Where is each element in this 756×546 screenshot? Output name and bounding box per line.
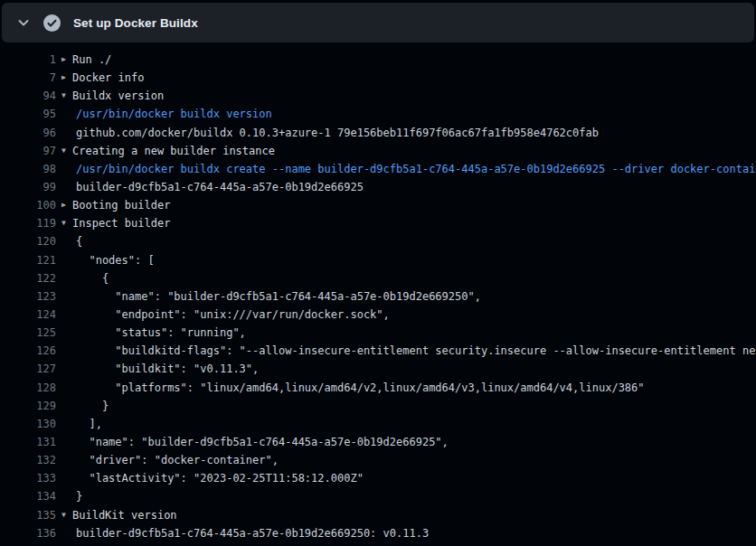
- group-toggle-icon: ▼: [61, 142, 72, 160]
- line-number[interactable]: 7: [0, 69, 56, 87]
- line-number[interactable]: 124: [0, 306, 56, 324]
- line-number[interactable]: 100: [0, 196, 56, 214]
- group-toggle-icon: [61, 287, 72, 306]
- log-text: "buildkitd-flags": "--allow-insecure-ent…: [72, 342, 756, 360]
- log-line: 121 "nodes": [: [0, 251, 756, 269]
- line-number[interactable]: 121: [0, 251, 56, 269]
- line-number[interactable]: 96: [0, 124, 56, 142]
- group-toggle-icon: [61, 251, 72, 269]
- log-line[interactable]: 7 ▶ Docker info: [0, 69, 756, 87]
- log-line: 126 "buildkitd-flags": "--allow-insecure…: [0, 342, 756, 360]
- line-number[interactable]: 125: [0, 324, 56, 342]
- log-text: BuildKit version: [72, 506, 177, 524]
- group-toggle-icon: [61, 178, 72, 196]
- line-number[interactable]: 123: [0, 287, 56, 306]
- line-number[interactable]: 127: [0, 360, 56, 378]
- line-number[interactable]: 134: [0, 487, 56, 505]
- group-toggle-icon: [61, 160, 72, 178]
- log-text: "endpoint": "unix:///var/run/docker.sock…: [72, 306, 390, 324]
- log-text: /usr/bin/docker buildx version: [72, 105, 272, 123]
- log-line[interactable]: 1 ▶ Run ./: [0, 51, 756, 69]
- log-line[interactable]: 94 ▼ Buildx version: [0, 87, 756, 105]
- log-line: 122 {: [0, 269, 756, 287]
- log-line[interactable]: 119 ▼ Inspect builder: [0, 214, 756, 232]
- line-number[interactable]: 131: [0, 433, 56, 451]
- line-number[interactable]: 126: [0, 342, 56, 360]
- log-line: 99 builder-d9cfb5a1-c764-445a-a57e-0b19d…: [0, 178, 756, 196]
- line-number[interactable]: 94: [0, 87, 56, 105]
- log-line: 134 }: [0, 487, 756, 505]
- line-number[interactable]: 130: [0, 415, 56, 433]
- log-line: 124 "endpoint": "unix:///var/run/docker.…: [0, 306, 756, 324]
- group-toggle-icon: [61, 342, 72, 360]
- line-number[interactable]: 122: [0, 269, 56, 287]
- group-toggle-icon: ▼: [61, 87, 72, 105]
- log-line: 131 "name": "builder-d9cfb5a1-c764-445a-…: [0, 433, 756, 451]
- group-toggle-icon: [61, 487, 72, 505]
- log-text: {: [72, 232, 82, 250]
- log-text: Docker info: [72, 69, 144, 87]
- group-toggle-icon: [61, 524, 72, 542]
- log-line: 123 "name": "builder-d9cfb5a1-c764-445a-…: [0, 287, 756, 306]
- line-number[interactable]: 128: [0, 379, 56, 397]
- log-line[interactable]: 97 ▼ Creating a new builder instance: [0, 142, 756, 160]
- line-number[interactable]: 119: [0, 214, 56, 232]
- line-number[interactable]: 135: [0, 506, 56, 524]
- check-circle-icon: [43, 14, 61, 32]
- line-number[interactable]: 95: [0, 105, 56, 123]
- group-toggle-icon: ▶: [61, 196, 72, 214]
- log-line: 127 "buildkit": "v0.11.3",: [0, 360, 756, 378]
- log-line: 132 "driver": "docker-container",: [0, 451, 756, 469]
- line-number[interactable]: 136: [0, 524, 56, 542]
- chevron-down-icon[interactable]: [16, 15, 31, 30]
- log-text: Buildx version: [72, 87, 164, 105]
- log-text: Booting builder: [72, 196, 170, 214]
- line-number[interactable]: 97: [0, 142, 56, 160]
- group-toggle-icon: [61, 451, 72, 469]
- log-text: }: [72, 487, 82, 505]
- log-line: 98 /usr/bin/docker buildx create --name …: [0, 160, 756, 178]
- log-text: "status": "running",: [72, 324, 246, 342]
- group-toggle-icon: [61, 324, 72, 342]
- group-toggle-icon: [61, 105, 72, 123]
- log-text: }: [72, 397, 109, 415]
- log-text: "name": "builder-d9cfb5a1-c764-445a-a57e…: [72, 287, 481, 306]
- log-line: 95 /usr/bin/docker buildx version: [0, 105, 756, 123]
- group-toggle-icon: [61, 269, 72, 287]
- log-text: "lastActivity": "2023-02-25T11:58:12.000…: [72, 469, 364, 487]
- group-toggle-icon: [61, 232, 72, 250]
- line-number[interactable]: 120: [0, 232, 56, 250]
- group-toggle-icon: [61, 360, 72, 378]
- log-text: Inspect builder: [72, 214, 170, 232]
- group-toggle-icon: ▼: [61, 214, 72, 232]
- line-number[interactable]: 99: [0, 178, 56, 196]
- group-toggle-icon: [61, 306, 72, 324]
- log-line: 125 "status": "running",: [0, 324, 756, 342]
- group-toggle-icon: [61, 397, 72, 415]
- log-line: 136 builder-d9cfb5a1-c764-445a-a57e-0b19…: [0, 524, 756, 542]
- log-text: "platforms": "linux/amd64,linux/amd64/v2…: [72, 379, 645, 397]
- log-text: /usr/bin/docker buildx create --name bui…: [72, 160, 756, 178]
- log-text: {: [72, 269, 109, 287]
- log-text: ],: [72, 415, 102, 433]
- log-line: 96 github.com/docker/buildx 0.10.3+azure…: [0, 124, 756, 142]
- log-text: builder-d9cfb5a1-c764-445a-a57e-0b19d2e6…: [72, 178, 364, 196]
- group-toggle-icon: ▶: [61, 51, 72, 69]
- line-number[interactable]: 132: [0, 451, 56, 469]
- log-line[interactable]: 135 ▼ BuildKit version: [0, 506, 756, 524]
- step-title: Set up Docker Buildx: [73, 16, 198, 30]
- group-toggle-icon: [61, 433, 72, 451]
- log-line[interactable]: 100 ▶ Booting builder: [0, 196, 756, 214]
- log-text: Creating a new builder instance: [72, 142, 275, 160]
- step-header[interactable]: Set up Docker Buildx: [2, 3, 754, 42]
- log-text: "nodes": [: [72, 251, 155, 269]
- log-text: "driver": "docker-container",: [72, 451, 279, 469]
- line-number[interactable]: 1: [0, 51, 56, 69]
- line-number[interactable]: 129: [0, 397, 56, 415]
- log-lines: 1 ▶ Run ./ 7 ▶ Docker info 94 ▼ Buildx v…: [0, 42, 756, 542]
- line-number[interactable]: 133: [0, 469, 56, 487]
- group-toggle-icon: [61, 379, 72, 397]
- group-toggle-icon: [61, 469, 72, 487]
- group-toggle-icon: [61, 415, 72, 433]
- line-number[interactable]: 98: [0, 160, 56, 178]
